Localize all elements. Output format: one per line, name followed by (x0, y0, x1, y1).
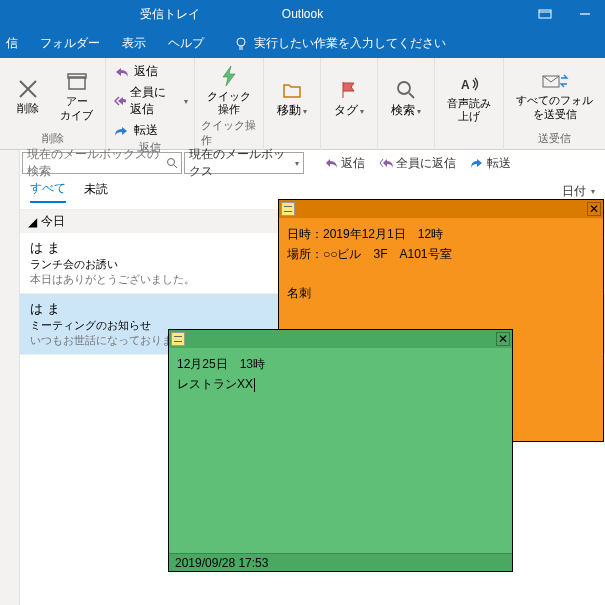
respond-more[interactable]: ▾ (184, 97, 188, 106)
find-button[interactable]: 検索▾ (384, 77, 428, 119)
folder-move-icon (281, 79, 303, 101)
reply-all-button[interactable]: 全員に返信 (112, 83, 178, 119)
reading-reply-all-button[interactable]: 全員に返信 (379, 155, 456, 172)
group-send-receive: すべてのフォル を送受信 送受信 (504, 58, 605, 150)
folder-pane-collapsed[interactable] (0, 150, 20, 605)
note-body[interactable]: 12月25日 13時 レストランXX (169, 348, 512, 553)
reading-forward-button[interactable]: 転送 (470, 155, 511, 172)
lightning-icon (217, 64, 241, 88)
app-title: Outlook (282, 7, 323, 21)
svg-rect-0 (539, 10, 551, 18)
send-receive-button[interactable]: すべてのフォル を送受信 (510, 70, 599, 122)
reading-reply-button[interactable]: 返信 (324, 155, 365, 172)
reply-all-icon (114, 94, 126, 108)
filter-unread-tab[interactable]: 未読 (84, 181, 108, 202)
note-close-button[interactable]: ✕ (587, 202, 601, 216)
note-icon (171, 332, 185, 346)
folder-menu[interactable]: フォルダー (38, 31, 102, 56)
note-close-button[interactable]: ✕ (496, 332, 510, 346)
svg-text:A: A (461, 78, 470, 92)
read-aloud-button[interactable]: A 音声読み 上げ (441, 71, 497, 125)
svg-line-15 (174, 165, 177, 168)
search-input[interactable]: 現在のメールボックスの検索 (22, 152, 182, 174)
archive-button[interactable]: アー カイブ (54, 69, 99, 123)
forward-button[interactable]: 転送 (112, 121, 178, 140)
quick-steps-button[interactable]: クイック 操作 (201, 62, 257, 118)
note-icon (281, 202, 295, 216)
view-menu[interactable]: 表示 (120, 31, 148, 56)
move-button[interactable]: 移動▾ (270, 77, 314, 119)
ribbon: 削除 アー カイブ 削除 返信 全員に返信 転送 (0, 58, 605, 150)
svg-rect-8 (69, 77, 85, 89)
group-respond: 返信 全員に返信 転送 ▾ 返信 (106, 58, 195, 150)
group-quick-steps: クイック 操作 クイック操作 (195, 58, 264, 150)
svg-line-11 (409, 93, 414, 98)
read-aloud-icon: A (458, 73, 480, 95)
window-controls (525, 0, 605, 28)
group-speech: A 音声読み 上げ (435, 58, 504, 150)
inbox-label: 受信トレイ (140, 6, 200, 23)
filter-all-tab[interactable]: すべて (30, 180, 66, 203)
flag-icon (338, 79, 360, 101)
reply-icon (114, 65, 130, 79)
file-menu[interactable]: 信 (4, 31, 20, 56)
text-cursor (253, 377, 255, 391)
svg-point-3 (237, 38, 245, 46)
title-bar: 受信トレイ Outlook (0, 0, 605, 28)
sticky-note-green[interactable]: ✕ 12月25日 13時 レストランXX 2019/09/28 17:53 (168, 329, 513, 572)
group-find: 検索▾ (378, 58, 435, 150)
group-delete: 削除 アー カイブ 削除 (0, 58, 106, 150)
mail-subject: ミーティングのお知らせ (30, 318, 151, 333)
svg-point-14 (168, 159, 175, 166)
tell-me[interactable]: 実行したい作業を入力してください (234, 35, 446, 52)
mail-subject: ランチ会のお誘い (30, 257, 118, 272)
menu-bar: 信 フォルダー 表示 ヘルプ 実行したい作業を入力してください (0, 28, 605, 58)
group-move: 移動▾ (264, 58, 321, 150)
ribbon-options-button[interactable] (525, 0, 565, 28)
note-footer: 2019/09/28 17:53 (169, 553, 512, 571)
group-tags: タグ▾ (321, 58, 378, 150)
lightbulb-icon (234, 36, 248, 50)
tags-button[interactable]: タグ▾ (327, 77, 371, 119)
reading-pane-actions: 返信 全員に返信 転送 (324, 152, 511, 174)
delete-button[interactable]: 削除 (6, 76, 50, 117)
send-receive-icon (541, 72, 569, 92)
archive-icon (66, 71, 88, 93)
forward-icon (114, 124, 130, 138)
note-header[interactable]: ✕ (169, 330, 512, 348)
svg-point-10 (398, 82, 410, 94)
note-header[interactable]: ✕ (279, 200, 603, 218)
search-scope-dropdown[interactable]: 現在のメールボックス▾ (184, 152, 304, 174)
minimize-button[interactable] (565, 0, 605, 28)
help-menu[interactable]: ヘルプ (166, 31, 206, 56)
sort-dropdown[interactable]: 日付▾ (562, 183, 595, 200)
collapse-caret-icon: ◢ (28, 215, 37, 229)
svg-rect-9 (68, 74, 86, 78)
search-icon (166, 157, 177, 169)
search-icon (395, 79, 417, 101)
delete-icon (17, 78, 39, 100)
tell-me-label: 実行したい作業を入力してください (254, 35, 446, 52)
reply-button[interactable]: 返信 (112, 62, 178, 81)
